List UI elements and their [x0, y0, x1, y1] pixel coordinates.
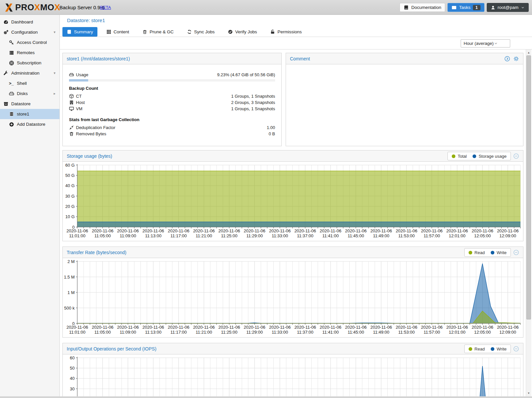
time-range-select[interactable]: Hour (average): [461, 39, 510, 48]
svg-text:11:05:00: 11:05:00: [94, 233, 111, 238]
tab-verify-jobs[interactable]: Verify Jobs: [224, 27, 261, 37]
comment-expand-button[interactable]: [504, 56, 510, 62]
scrollbar-up-arrow[interactable]: ▲: [526, 50, 531, 55]
legend-item-storage-usage[interactable]: Storage usage: [473, 154, 507, 159]
user-label: root@pam: [498, 5, 518, 10]
chevron-down-icon: [521, 6, 525, 10]
beta-link[interactable]: BETA: [100, 5, 111, 10]
sidebar-item-configuration[interactable]: Configuration▾: [0, 27, 59, 37]
svg-text:30 G: 30 G: [65, 194, 75, 199]
time-range-value: Hour (average): [464, 41, 494, 46]
svg-text:40 G: 40 G: [65, 183, 75, 188]
svg-text:11:01:00: 11:01:00: [69, 330, 86, 335]
backup-count-row-vm: VM1 Groups, 1 Snapshots: [69, 106, 275, 112]
legend-dot: [469, 347, 472, 351]
svg-text:11:33:00: 11:33:00: [272, 233, 288, 238]
tab-prune-gc[interactable]: Prune & GC: [138, 27, 178, 37]
svg-text:2020-11-06: 2020-11-06: [218, 228, 240, 233]
svg-text:11:09:00: 11:09:00: [120, 233, 136, 238]
sidebar-item-add-datastore[interactable]: Add Datastore: [0, 119, 59, 129]
svg-text:12:09:00: 12:09:00: [499, 233, 516, 238]
brand-text: PROXMOX: [15, 2, 60, 13]
sidebar-item-label: Datastore: [11, 101, 31, 106]
collapse-chart-button[interactable]: [513, 346, 519, 352]
sidebar-item-label: Add Datastore: [17, 122, 45, 127]
row-value: 1 Groups, 1 Snapshots: [231, 106, 275, 111]
gc-stats-row-deduplication-factor: Deduplication Factor1.00: [69, 124, 275, 131]
tab-summary[interactable]: Summary: [62, 27, 97, 37]
sidebar-item-label: Dashboard: [11, 19, 33, 24]
svg-text:30: 30: [70, 386, 75, 391]
datastore-summary-title: store1 (/mnt/datastores/store1): [67, 56, 130, 61]
svg-text:2020-11-06: 2020-11-06: [421, 325, 443, 330]
svg-text:11:29:00: 11:29:00: [246, 330, 263, 335]
svg-text:2020-11-06: 2020-11-06: [142, 325, 164, 330]
sidebar-item-subscription[interactable]: Subscription: [0, 58, 59, 68]
svg-text:11:37:00: 11:37:00: [297, 330, 313, 335]
legend-dot: [491, 347, 494, 351]
sidebar-item-datastore[interactable]: Datastore: [0, 99, 59, 109]
main-area: Datastore: store1 SummaryContentPrune & …: [60, 15, 532, 398]
tasks-button[interactable]: Tasks 1: [447, 3, 484, 12]
row-value: 2 Groups, 3 Snapshots: [231, 100, 275, 105]
legend-dot: [469, 251, 472, 254]
svg-text:2020-11-06: 2020-11-06: [446, 228, 468, 233]
tab-sync-jobs[interactable]: Sync Jobs: [183, 27, 219, 37]
svg-text:1 M: 1 M: [67, 290, 75, 295]
comment-settings-button[interactable]: [513, 56, 519, 62]
documentation-button[interactable]: Documentation: [400, 3, 445, 12]
iops-legend: ReadWrite: [464, 345, 511, 353]
tab-label: Verify Jobs: [235, 29, 257, 34]
row-label: VM: [76, 106, 83, 111]
sidebar-item-label: Administration: [11, 71, 40, 76]
comment-panel: Comment: [286, 53, 523, 146]
chevron-circle-icon: [504, 56, 510, 62]
vertical-scrollbar[interactable]: ▲ ▼: [526, 50, 531, 398]
sidebar-item-dashboard[interactable]: Dashboard: [0, 17, 59, 27]
legend-item-write[interactable]: Write: [491, 250, 507, 255]
collapse-chart-button[interactable]: [513, 153, 519, 159]
comment-body[interactable]: [286, 64, 523, 72]
sidebar-item-disks[interactable]: Disks▸: [0, 88, 59, 99]
sidebar-item-remotes[interactable]: Remotes: [0, 48, 59, 58]
sidebar-item-administration[interactable]: Administration▾: [0, 68, 59, 78]
legend-item-read[interactable]: Read: [469, 250, 485, 255]
usage-progress-fill: [69, 79, 88, 82]
sidebar-item-shell[interactable]: >_Shell: [0, 78, 59, 88]
tasks-label: Tasks: [459, 5, 471, 10]
transfer-legend: ReadWrite: [464, 248, 511, 257]
tachometer-icon: [3, 19, 9, 25]
svg-text:11:25:00: 11:25:00: [221, 233, 237, 238]
terminal-icon: >_: [9, 81, 14, 86]
collapse-chart-button[interactable]: [513, 249, 519, 255]
tab-bar: SummaryContentPrune & GCSync JobsVerify …: [62, 27, 306, 37]
tab-content[interactable]: Content: [102, 27, 133, 37]
legend-dot: [452, 154, 455, 158]
sidebar-item-store1[interactable]: store1: [0, 109, 59, 119]
legend-item-total[interactable]: Total: [452, 154, 467, 159]
sidebar-item-access-control[interactable]: Access Control: [0, 37, 59, 48]
svg-text:2020-11-06: 2020-11-06: [193, 325, 215, 330]
legend-item-read[interactable]: Read: [469, 347, 485, 351]
iops-chart-plot: 2020-11-0611:01:002020-11-0611:05:002020…: [63, 354, 523, 398]
scrollbar-down-arrow[interactable]: ▼: [526, 391, 531, 396]
svg-text:60: 60: [70, 355, 75, 360]
usage-progress-bar: [69, 79, 275, 82]
legend-item-write[interactable]: Write: [491, 347, 507, 351]
sidebar-item-label: Access Control: [17, 40, 47, 45]
svg-text:2020-11-06: 2020-11-06: [421, 228, 443, 233]
transfer-chart-header: Transfer Rate (bytes/second)ReadWrite: [63, 247, 523, 258]
svg-text:60 G: 60 G: [65, 163, 75, 168]
tab-permissions[interactable]: Permissions: [266, 27, 306, 37]
scrollbar-thumb[interactable]: [526, 55, 531, 319]
tasks-count-badge: 1: [473, 5, 480, 10]
user-menu-button[interactable]: root@pam: [487, 3, 529, 12]
comment-panel-header: Comment: [286, 53, 523, 64]
sync-icon: [187, 29, 192, 34]
svg-text:12:01:00: 12:01:00: [449, 330, 466, 335]
chevron-down-icon: ▾: [53, 30, 55, 34]
usage-value: 9.23% (4.67 GiB of 50.56 GiB): [217, 72, 275, 77]
svg-text:2020-11-06: 2020-11-06: [472, 228, 493, 233]
svg-text:11:01:00: 11:01:00: [69, 233, 86, 238]
chevron-down-icon: [494, 41, 498, 46]
